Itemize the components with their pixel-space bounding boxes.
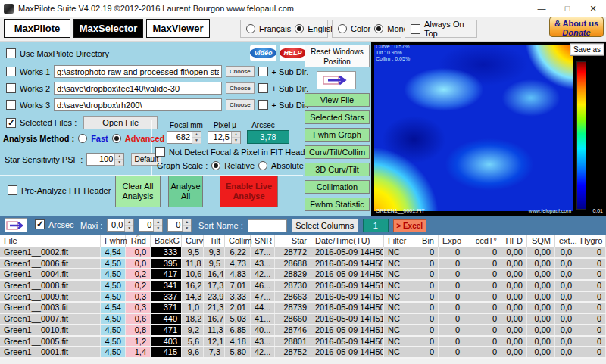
- tab-maxselector[interactable]: MaxSelector: [73, 19, 143, 38]
- radio-english[interactable]: [295, 24, 304, 33]
- works1-checkbox[interactable]: [6, 67, 16, 76]
- works1-choose-button[interactable]: Choose: [226, 66, 255, 77]
- works2-checkbox[interactable]: [6, 83, 16, 93]
- maxi1-spinner-arrows[interactable]: ▲▼: [124, 219, 133, 231]
- fwhm-graph-button[interactable]: Fwhm Graph: [305, 128, 370, 142]
- table-row[interactable]: Green1__0010.fit4,500,84719,211,36,8540.…: [0, 325, 606, 337]
- curv-tilt-3d-button[interactable]: 3D Curv/Tilt: [305, 163, 370, 176]
- works3-checkbox[interactable]: [6, 100, 16, 110]
- video-button[interactable]: Vidéo: [250, 45, 276, 61]
- select-columns-button[interactable]: Select Columns: [292, 219, 358, 232]
- column-header[interactable]: SNR: [251, 235, 275, 247]
- sort-name-input[interactable]: [248, 219, 287, 232]
- table-row[interactable]: Green1__0009.fit4,500,333714,323,93,3347…: [0, 292, 606, 303]
- view-file-button[interactable]: View File: [305, 93, 370, 107]
- column-header[interactable]: Date/Time(TU): [311, 235, 384, 247]
- fwhm-statistic-button[interactable]: Fwhm Statistic: [305, 198, 370, 211]
- open-file-button[interactable]: Open File: [83, 116, 158, 129]
- arcsec-checkbox[interactable]: [35, 219, 45, 229]
- maxi-stepper-1[interactable]: 0,0 ▲▼: [107, 219, 134, 232]
- collimation-button[interactable]: Collimation: [305, 180, 370, 194]
- pixel-spinner-arrows[interactable]: ▲▼: [231, 132, 240, 143]
- table-cell: 42...: [251, 347, 275, 357]
- works3-choose-button[interactable]: Choose: [226, 99, 255, 110]
- column-header[interactable]: Curv: [182, 235, 204, 247]
- radio-relative[interactable]: [211, 161, 220, 170]
- column-header[interactable]: Fwhm: [101, 235, 126, 247]
- minimize-icon[interactable]: —: [529, 0, 554, 17]
- works1-path-input[interactable]: [54, 65, 222, 78]
- radio-mono[interactable]: [374, 24, 383, 33]
- tab-maxviewer[interactable]: MaxViewer: [146, 19, 210, 38]
- selected-files-checkbox[interactable]: [6, 118, 16, 128]
- focal-label: Focal mm: [170, 121, 203, 129]
- works1-subdir-checkbox[interactable]: [258, 67, 268, 76]
- table-row[interactable]: Green1__0001.fit4,501,44159,67,35,8042..…: [0, 347, 606, 359]
- table-row[interactable]: Green1__0005.fit4,501,24035,612,14,1843.…: [0, 337, 606, 348]
- psf-stepper[interactable]: 100 ▲▼: [86, 153, 124, 166]
- works2-path-input[interactable]: [54, 82, 222, 95]
- enable-live-analyse-button[interactable]: Enable Live Analyse: [220, 176, 278, 207]
- column-header[interactable]: File: [0, 235, 101, 247]
- radio-absolute[interactable]: [258, 161, 267, 170]
- radio-advanced[interactable]: [112, 134, 121, 143]
- focal-spinner-arrows[interactable]: ▲▼: [192, 132, 201, 143]
- curvature-heatmap[interactable]: [374, 45, 573, 211]
- column-header[interactable]: BackG: [151, 235, 182, 247]
- works2-choose-button[interactable]: Choose: [226, 82, 255, 94]
- save-as-button[interactable]: Save as: [570, 43, 604, 56]
- selected-stars-button[interactable]: Selected Stars: [305, 110, 370, 124]
- table-cell: 0,00: [527, 314, 555, 324]
- column-header[interactable]: Filter: [384, 235, 417, 247]
- maxi-stepper-2[interactable]: 0 ▲▼: [139, 219, 163, 232]
- table-cell: 0,0: [555, 325, 576, 335]
- table-cell: 0: [417, 303, 439, 313]
- table-row[interactable]: Green1__0008.fit4,500,234116,217,37,0146…: [0, 281, 606, 292]
- clear-all-analysis-button[interactable]: Clear All Analysis: [115, 176, 161, 207]
- table-row[interactable]: Green1__0006.fit4,500,039511,89,54,7343.…: [0, 259, 606, 270]
- arcsec-result-label: Arcsec: [251, 121, 275, 129]
- about-donate-button[interactable]: & About us Donate: [549, 17, 604, 37]
- tab-maxpilote[interactable]: MaxPilote: [4, 19, 70, 38]
- column-header[interactable]: ccdT°: [464, 235, 501, 247]
- pre-analyze-checkbox[interactable]: [8, 185, 17, 195]
- works2-subdir-checkbox[interactable]: [258, 83, 268, 93]
- radio-color[interactable]: [338, 24, 347, 33]
- maxi2-spinner-arrows[interactable]: ▲▼: [153, 219, 162, 231]
- analyse-all-button[interactable]: Analyse All: [168, 176, 203, 207]
- column-header[interactable]: Star: [275, 235, 311, 247]
- works3-path-input[interactable]: [54, 98, 222, 111]
- radio-francais[interactable]: [246, 24, 255, 33]
- table-row[interactable]: Green1__0002.fit4,540,03339,59,36,2247..…: [0, 247, 606, 259]
- column-header[interactable]: Collim: [225, 235, 251, 247]
- table-row[interactable]: Green1__0007.fit4,500,644018,216,75,0341…: [0, 314, 606, 325]
- column-header[interactable]: HFD: [501, 235, 527, 247]
- radio-fast[interactable]: [78, 134, 87, 143]
- close-icon[interactable]: ✕: [580, 0, 606, 17]
- detach-window-button[interactable]: [317, 71, 356, 89]
- column-header[interactable]: Tilt: [204, 235, 225, 247]
- title-bar[interactable]: MaxPilote Suite V4.02.19 ©2012-2016 Laur…: [0, 0, 606, 17]
- table-row[interactable]: Green1__0004.fit4,500,241710,616,44,8342…: [0, 269, 606, 281]
- excel-export-button[interactable]: > Excel: [393, 219, 426, 232]
- maxi3-spinner-arrows[interactable]: ▲▼: [182, 219, 191, 231]
- maximize-icon[interactable]: □: [554, 0, 580, 17]
- column-header[interactable]: ext...: [555, 235, 576, 247]
- reset-windows-button[interactable]: Reset Windows Position: [305, 45, 370, 67]
- column-header[interactable]: Bin: [417, 235, 439, 247]
- focal-stepper[interactable]: 682 ▲▼: [167, 131, 201, 144]
- not-detect-checkbox[interactable]: [155, 147, 165, 157]
- pixel-stepper[interactable]: 12,5 ▲▼: [208, 131, 241, 144]
- psf-spinner-arrows[interactable]: ▲▼: [114, 154, 123, 165]
- export-arrow-button[interactable]: [5, 218, 27, 232]
- works3-subdir-checkbox[interactable]: [258, 100, 268, 110]
- help-button[interactable]: HELP: [280, 45, 306, 61]
- use-maxpilote-directory-checkbox[interactable]: [6, 48, 16, 58]
- curv-tilt-collim-button[interactable]: Curv/Tilt/Collim: [305, 145, 370, 159]
- column-header[interactable]: Expo: [439, 235, 464, 247]
- maxi-stepper-3[interactable]: 0 ▲▼: [167, 219, 192, 232]
- column-header[interactable]: SQM: [527, 235, 555, 247]
- column-header[interactable]: Hygro: [576, 235, 606, 247]
- always-on-top-checkbox[interactable]: [411, 24, 420, 34]
- table-row[interactable]: Green1__0003.fit4,540,33711,021,32,0144.…: [0, 303, 606, 314]
